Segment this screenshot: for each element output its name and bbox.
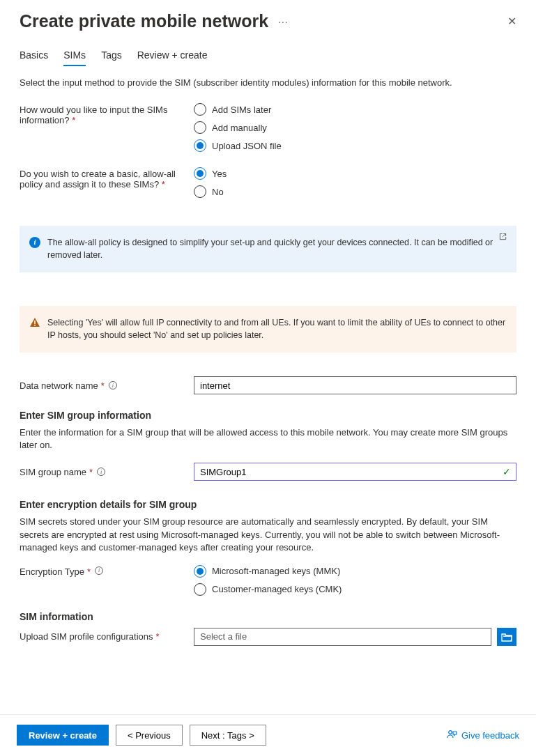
info-icon[interactable]: i [109,381,117,389]
allow-all-policy-label: Do you wish to create a basic, allow-all… [20,167,194,198]
radio-icon [194,167,206,180]
allow-all-policy-radio-group: YesNo [194,167,516,198]
previous-button[interactable]: < Previous [116,725,183,746]
sim-group-section-desc: Enter the information for a SIM group th… [20,426,516,452]
encryption-section-title: Enter encryption details for SIM group [20,499,516,510]
encryption-section-desc: SIM secrets stored under your SIM group … [20,516,516,554]
review-create-button[interactable]: Review + create [17,725,109,746]
radio-label: Add manually [212,123,267,133]
encryption-type-label: Encryption Type* i [20,565,194,596]
info-icon[interactable]: i [95,566,103,575]
footer: Review + create < Previous Next : Tags >… [0,714,536,755]
radio-icon [194,139,206,152]
svg-rect-1 [34,325,36,326]
radio-icon [194,185,206,198]
allow-all-option[interactable]: No [194,185,516,198]
feedback-icon [446,730,457,741]
tab-review-create[interactable]: Review + create [137,49,208,66]
give-feedback-link[interactable]: Give feedback [446,730,519,741]
tab-sims[interactable]: SIMs [63,49,86,66]
warning-callout: Selecting 'Yes' will allow full IP conne… [20,306,516,353]
input-method-option[interactable]: Upload JSON file [194,139,516,152]
svg-point-2 [449,731,452,734]
next-button[interactable]: Next : Tags > [190,725,266,746]
radio-icon [194,565,206,578]
encryption-type-option[interactable]: Customer-managed keys (CMK) [194,583,516,596]
radio-icon [194,121,206,134]
radio-label: Upload JSON file [212,141,282,151]
radio-label: Microsoft-managed keys (MMK) [212,566,340,576]
input-method-option[interactable]: Add manually [194,121,516,134]
radio-icon [194,103,206,116]
sim-group-name-label: SIM group name* i [20,463,194,481]
input-method-option[interactable]: Add SIMs later [194,103,516,116]
info-icon[interactable]: i [97,468,105,476]
encryption-type-radio-group: Microsoft-managed keys (MMK)Customer-man… [194,565,516,596]
radio-label: Yes [212,169,227,179]
svg-rect-0 [34,321,36,324]
check-icon: ✓ [503,466,511,477]
tab-tags[interactable]: Tags [101,49,122,66]
input-method-radio-group: Add SIMs laterAdd manuallyUpload JSON fi… [194,103,516,152]
info-icon: i [29,237,40,248]
folder-icon [501,632,512,642]
tab-bar: BasicsSIMsTagsReview + create [20,49,516,66]
data-network-name-input[interactable] [194,376,516,394]
allow-all-option[interactable]: Yes [194,167,516,180]
warning-icon [29,317,40,328]
sim-information-title: SIM information [20,611,516,622]
sim-group-section-title: Enter SIM group information [20,410,516,421]
page-title: Create private mobile network [20,11,268,31]
radio-label: Customer-managed keys (CMK) [212,584,342,594]
browse-button[interactable] [497,628,516,646]
encryption-type-option[interactable]: Microsoft-managed keys (MMK) [194,565,516,578]
radio-icon [194,583,206,596]
radio-label: Add SIMs later [212,105,271,115]
more-icon[interactable]: ··· [278,16,289,27]
input-method-label: How would you like to input the SIMs inf… [20,103,194,152]
radio-label: No [212,187,224,197]
file-select-input[interactable]: Select a file [194,628,491,646]
info-callout: i The allow-all policy is designed to si… [20,226,516,272]
upload-sim-label: Upload SIM profile configurations* [20,628,194,646]
data-network-name-label: Data network name* i [20,376,194,394]
intro-text: Select the input method to provide the S… [20,77,516,88]
header: Create private mobile network ··· ✕ [20,11,516,31]
close-icon[interactable]: ✕ [507,15,516,28]
sim-group-name-input[interactable] [194,463,516,481]
external-link-icon[interactable] [499,233,507,243]
tab-basics[interactable]: Basics [20,49,48,66]
